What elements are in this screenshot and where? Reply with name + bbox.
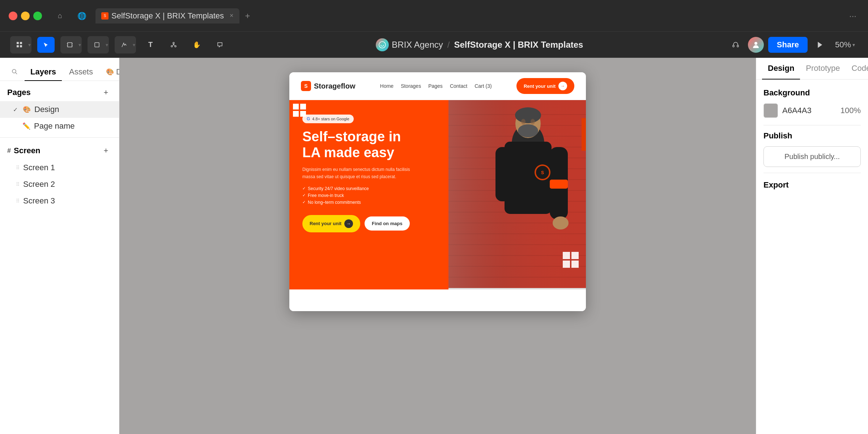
emoji-paint-icon: 🎨 [23,106,31,113]
drag-icon-2: ⠿ [16,181,20,187]
color-hex: A6A4A3 [782,106,812,115]
screen-section-title: # Screen [7,146,40,155]
hand-tool[interactable]: ✋ [188,37,205,53]
right-tab-code[interactable]: Code [846,58,868,80]
nav-pages[interactable]: Pages [428,83,443,89]
svg-rect-1 [20,42,22,44]
headphone-icon[interactable] [728,37,744,53]
deco-squares-br [563,252,579,268]
page-item-pagename[interactable]: ✏️ Page name [0,118,119,134]
svg-rect-0 [17,42,19,44]
close-button[interactable] [9,12,17,20]
svg-rect-2 [17,45,19,47]
svg-rect-4 [68,43,72,47]
right-tab-design[interactable]: Design [762,58,800,80]
screen-title-label: Screen [14,146,40,155]
more-options-button[interactable]: ··· [846,9,859,22]
tool-group-hand: ✋ [188,37,205,53]
tool-group-pen: ▾ [115,36,136,53]
screen-2-label: Screen 2 [23,180,55,189]
screen-3-label: Screen 3 [23,196,55,206]
svg-rect-48 [550,180,568,189]
rp-divider-2 [763,173,861,173]
zoom-level: 50% [835,40,851,50]
tool-group-move [37,37,55,53]
toolbar-right: Share 50% ▾ [728,37,858,53]
hero-buttons: Rent your unit → Find on maps [302,215,435,232]
right-panel-content: Background A6A4A3 100% Publish Publish p… [756,80,868,198]
screen-1-label: Screen 1 [23,163,55,172]
tab-layers[interactable]: Layers [25,64,62,81]
website-logo: S Storageflow [301,81,355,91]
add-screen-button[interactable]: + [100,145,112,156]
frame-tool[interactable] [61,37,78,53]
screen-item-2[interactable]: ⠿ Screen 2 [0,176,119,193]
pages-section-header: Pages + [0,81,119,101]
nav-cart[interactable]: Cart (3) [475,83,492,89]
user-avatar[interactable] [748,37,764,53]
svg-point-12 [175,46,176,47]
minimize-button[interactable] [21,12,30,20]
right-tab-prototype[interactable]: Prototype [800,58,846,80]
pages-title: Pages [7,88,31,97]
comment-tool[interactable] [211,37,229,53]
svg-rect-9 [95,43,99,47]
select-tool[interactable] [37,37,55,53]
pencil-icon: ✏️ [22,122,30,130]
text-tool[interactable]: T [142,37,159,53]
check-2: ✓ [302,193,306,198]
hero-features: ✓ Security 24/7 video surveillance ✓ Fre… [302,186,435,205]
hero-image-area: S [448,100,586,289]
home-icon[interactable]: ⌂ [52,8,68,24]
tab-assets[interactable]: Assets [63,64,99,81]
nav-storages[interactable]: Storages [401,83,421,89]
page-item-design[interactable]: ✓ 🎨 Design [0,101,119,118]
shape-tool[interactable] [88,37,106,53]
feature-2: ✓ Free move-in truck [302,193,435,198]
publish-section-title: Publish [763,131,861,141]
tab-favicon: S [101,12,109,20]
traffic-lights [9,12,42,20]
svg-point-43 [521,119,526,125]
canvas-area: S Storageflow Home Storages Pages Contac… [119,58,756,434]
add-page-button[interactable]: + [100,87,112,98]
right-panel: Design Prototype Code Background A6A4A3 … [756,58,868,434]
badge-text: 4.8+ stars on Google [312,117,349,121]
tab-close-icon[interactable]: × [230,12,234,20]
share-button[interactable]: Share [768,37,808,53]
website-rent-button[interactable]: Rent your unit → [516,78,574,94]
pen-tool[interactable] [115,37,133,53]
nav-contact[interactable]: Contact [450,83,467,89]
svg-point-18 [754,42,757,45]
active-tab[interactable]: S SelfStorage X | BRIX Templates × [95,8,239,23]
export-section-title: Export [763,180,861,190]
nav-home[interactable]: Home [380,83,393,89]
google-g-icon: G [307,116,310,121]
hero-title: Self–storage in LA made easy [302,129,435,160]
feature-3: ✓ No long–term commitments [302,200,435,205]
rent-btn-arrow: → [558,82,567,90]
new-tab-button[interactable]: + [242,9,253,22]
globe-icon[interactable]: 🌐 [74,8,90,24]
screen-item-3[interactable]: ⠿ Screen 3 [0,193,119,209]
tool-group-select: ▾ [10,36,31,53]
breadcrumb: BRIX Agency / SelfStorage X | BRIX Templ… [376,38,583,51]
design-frame: S Storageflow Home Storages Pages Contac… [289,72,586,311]
publish-button[interactable]: Publish publicly... [763,146,861,167]
play-button[interactable] [812,37,828,53]
zoom-control[interactable]: 50% ▾ [832,40,858,50]
panel-search-icon[interactable] [6,65,23,80]
svg-line-14 [174,44,174,46]
color-opacity: 100% [841,106,861,115]
check-1: ✓ [302,186,306,191]
deco-squares-tl [293,104,306,117]
hero-rent-button[interactable]: Rent your unit → [302,215,360,232]
fullscreen-button[interactable] [33,12,42,20]
grid-tool[interactable] [11,37,28,53]
component-tool[interactable] [165,37,182,53]
screen-item-1[interactable]: ⠿ Screen 1 [0,159,119,176]
color-swatch[interactable] [763,103,778,118]
hero-map-button[interactable]: Find on maps [365,216,410,231]
drag-icon-3: ⠿ [16,198,20,204]
logo-text: Storageflow [314,82,355,90]
